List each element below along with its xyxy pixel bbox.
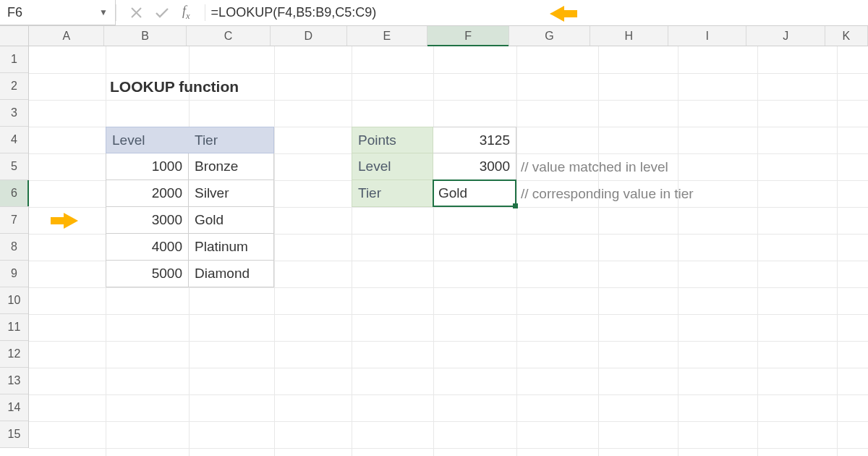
column-header[interactable]: J (746, 26, 825, 46)
table-cell-level[interactable]: 3000 (106, 207, 189, 234)
active-cell-value: Gold (438, 185, 467, 201)
result-value-level[interactable]: 3000 (433, 153, 516, 180)
comment-level: // value matched in level (516, 153, 806, 180)
row-header[interactable]: 8 (0, 234, 28, 261)
arrow-icon (64, 213, 78, 229)
table-cell-tier[interactable]: Gold (189, 207, 274, 234)
result-value-points[interactable]: 3125 (433, 127, 516, 153)
cancel-icon[interactable] (131, 7, 142, 18)
column-headers: ABCDEFGHIJK (29, 26, 868, 46)
table-cell-level[interactable]: 5000 (106, 261, 189, 287)
table-header-tier: Tier (189, 127, 274, 153)
formula-input[interactable] (205, 0, 868, 25)
enter-icon[interactable] (155, 7, 169, 18)
row-header[interactable]: 3 (0, 100, 28, 127)
row-header[interactable]: 10 (0, 287, 28, 314)
row-header[interactable]: 5 (0, 153, 28, 180)
table-cell-tier[interactable]: Bronze (189, 153, 274, 180)
result-label-points: Points (352, 127, 433, 153)
column-header[interactable]: E (347, 26, 427, 46)
row-header[interactable]: 2 (0, 73, 28, 100)
comment-tier: // corresponding value in tier (516, 180, 806, 207)
cells-area[interactable]: LOOKUP function LevelTier1000Bronze2000S… (29, 46, 868, 456)
insert-function-icon[interactable]: fx (182, 4, 190, 22)
column-header[interactable]: C (187, 26, 271, 46)
table-cell-level[interactable]: 4000 (106, 234, 189, 261)
formula-bar-icons: fx (116, 0, 205, 25)
name-box-dropdown-icon[interactable]: ▼ (99, 7, 108, 17)
column-header[interactable]: K (825, 26, 868, 46)
row-header[interactable]: 4 (0, 127, 28, 153)
result-label-level: Level (352, 153, 433, 180)
name-box[interactable]: F6 ▼ (0, 0, 116, 25)
row-header[interactable]: 13 (0, 368, 28, 394)
row-header[interactable]: 9 (0, 261, 28, 287)
table-cell-level[interactable]: 2000 (106, 180, 189, 207)
column-header[interactable]: G (509, 26, 590, 46)
row-header[interactable]: 11 (0, 314, 28, 341)
row-header[interactable]: 1 (0, 46, 28, 73)
column-header[interactable]: D (271, 26, 346, 46)
row-header[interactable]: 14 (0, 394, 28, 421)
column-header[interactable]: I (668, 26, 746, 46)
row-header[interactable]: 7 (0, 207, 28, 234)
row-headers: 123456789101112131415 (0, 46, 29, 448)
column-header[interactable]: A (29, 26, 104, 46)
spreadsheet-grid[interactable]: ABCDEFGHIJK 123456789101112131415 LOOKUP… (0, 26, 868, 456)
table-cell-tier[interactable]: Silver (189, 180, 274, 207)
row-header[interactable]: 12 (0, 341, 28, 368)
column-header[interactable]: H (590, 26, 668, 46)
name-box-value: F6 (7, 5, 22, 20)
row-header[interactable]: 6 (0, 180, 28, 207)
arrow-icon (550, 6, 564, 22)
table-cell-level[interactable]: 1000 (106, 153, 189, 180)
row-header[interactable]: 15 (0, 421, 28, 448)
table-cell-tier[interactable]: Platinum (189, 234, 274, 261)
formula-bar: F6 ▼ fx (0, 0, 868, 26)
column-header[interactable]: F (427, 26, 509, 46)
page-title: LOOKUP function (106, 73, 352, 100)
result-label-tier: Tier (352, 180, 433, 207)
column-header[interactable]: B (104, 26, 186, 46)
table-header-level: Level (106, 127, 189, 153)
active-cell[interactable]: Gold (433, 180, 516, 207)
table-cell-tier[interactable]: Diamond (189, 261, 274, 287)
select-all-corner[interactable] (0, 26, 29, 46)
fill-handle[interactable] (513, 203, 518, 208)
